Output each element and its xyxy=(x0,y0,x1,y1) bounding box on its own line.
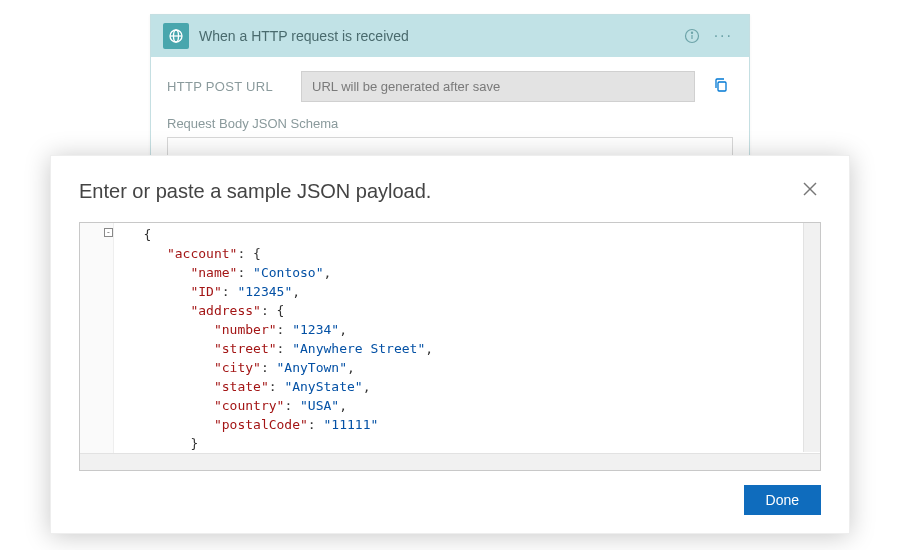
editor-gutter: - - xyxy=(80,223,114,470)
json-sample-modal: Enter or paste a sample JSON payload. - … xyxy=(50,155,850,534)
url-row: HTTP POST URL URL will be generated afte… xyxy=(167,71,733,102)
modal-header: Enter or paste a sample JSON payload. xyxy=(79,178,821,204)
horizontal-scrollbar[interactable] xyxy=(80,453,820,470)
done-button[interactable]: Done xyxy=(744,485,821,515)
vertical-scrollbar[interactable] xyxy=(803,223,820,452)
fold-icon[interactable]: - xyxy=(104,228,113,237)
copy-icon[interactable] xyxy=(709,73,733,101)
svg-rect-6 xyxy=(718,82,726,91)
code-content[interactable]: { "account": { "name": "Contoso", "ID": … xyxy=(120,225,816,471)
trigger-header: When a HTTP request is received ··· xyxy=(151,15,749,57)
modal-title: Enter or paste a sample JSON payload. xyxy=(79,180,799,203)
info-icon[interactable] xyxy=(684,28,700,44)
url-label: HTTP POST URL xyxy=(167,79,287,94)
close-icon[interactable] xyxy=(799,178,821,204)
http-request-icon xyxy=(163,23,189,49)
url-readonly-box: URL will be generated after save xyxy=(301,71,695,102)
modal-footer: Done xyxy=(79,485,821,515)
schema-label: Request Body JSON Schema xyxy=(167,116,733,131)
json-editor[interactable]: - - { "account": { "name": "Contoso", "I… xyxy=(79,222,821,471)
more-icon[interactable]: ··· xyxy=(710,27,737,45)
svg-point-5 xyxy=(691,32,692,33)
trigger-title: When a HTTP request is received xyxy=(199,28,674,44)
